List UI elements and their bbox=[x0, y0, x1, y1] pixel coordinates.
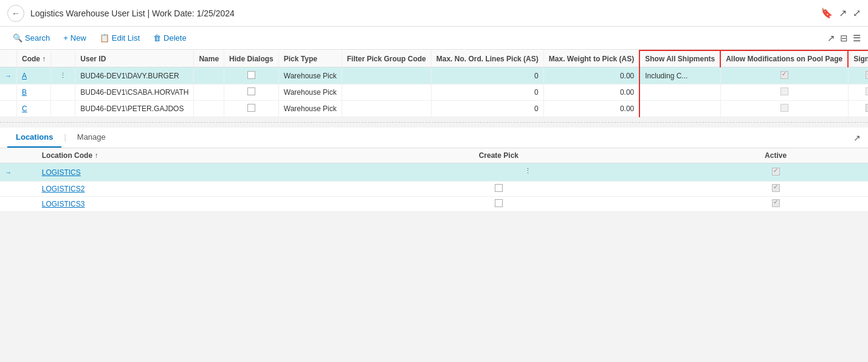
more-button[interactable]: ⋮ bbox=[56, 70, 70, 81]
row-filter-pick bbox=[342, 101, 431, 117]
th-name[interactable]: Name bbox=[194, 50, 224, 67]
th-signed-in[interactable]: Signed In bbox=[848, 50, 868, 67]
row-hide-dialogs[interactable] bbox=[224, 101, 279, 117]
row-allow-mod[interactable] bbox=[720, 67, 848, 84]
row-max-weight: 0.00 bbox=[543, 67, 639, 84]
row-allow-mod[interactable] bbox=[720, 101, 848, 117]
bottom-table-wrap: Location Code ↑ Create Pick Active → LOG… bbox=[0, 148, 868, 212]
hide-dialogs-checkbox[interactable] bbox=[247, 104, 255, 112]
create-pick-checkbox[interactable] bbox=[495, 199, 503, 207]
th-code[interactable]: Code ↑ bbox=[17, 50, 51, 67]
bth-location-code[interactable]: Location Code ↑ bbox=[37, 148, 314, 163]
th-filter-pick[interactable]: Filter Pick Group Code bbox=[342, 50, 431, 67]
toolbar-right: ↗ ⊟ ☰ bbox=[827, 33, 861, 44]
page-title: Logistics Warehouse User List | Work Dat… bbox=[30, 9, 235, 18]
row-signed-in[interactable] bbox=[848, 67, 868, 84]
th-max-weight[interactable]: Max. Weight to Pick (AS) bbox=[543, 50, 639, 67]
row-max-weight: 0.00 bbox=[543, 101, 639, 117]
bottom-table-row[interactable]: → LOGISTICS ⋮ bbox=[0, 163, 868, 182]
share-toolbar-icon[interactable]: ↗ bbox=[827, 33, 835, 44]
toolbar-left: 🔍 Search + New 📋 Edit List 🗑 Delete bbox=[7, 30, 192, 46]
row-allow-mod[interactable] bbox=[720, 84, 848, 101]
hide-dialogs-checkbox[interactable] bbox=[247, 87, 255, 95]
th-show-shipments[interactable]: Show All Shipments bbox=[639, 50, 720, 67]
expand-icon[interactable]: ⤢ bbox=[853, 7, 861, 19]
share-icon[interactable]: ↗ bbox=[839, 7, 847, 19]
th-pick-type[interactable]: Pick Type bbox=[278, 50, 342, 67]
bottom-table-body: → LOGISTICS ⋮ LOGISTICS2 LOGISTICS3 bbox=[0, 163, 868, 212]
row-code[interactable]: C bbox=[17, 101, 51, 117]
active-checkbox[interactable] bbox=[772, 184, 780, 192]
back-button[interactable]: ← bbox=[7, 5, 24, 22]
row-filter-pick bbox=[342, 84, 431, 101]
row-pick-type: Warehouse Pick bbox=[278, 84, 342, 101]
menu-icon[interactable]: ☰ bbox=[853, 33, 861, 44]
search-button[interactable]: 🔍 Search bbox=[7, 30, 55, 46]
row-arrow bbox=[0, 101, 17, 117]
toolbar: 🔍 Search + New 📋 Edit List 🗑 Delete ↗ ⊟ … bbox=[0, 27, 868, 50]
bottom-tabs-left: Locations | Manage bbox=[7, 128, 114, 148]
create-pick-checkbox[interactable] bbox=[495, 184, 503, 192]
delete-button[interactable]: 🗑 Delete bbox=[148, 30, 192, 46]
tab-manage[interactable]: Manage bbox=[69, 128, 114, 148]
tab-locations[interactable]: Locations bbox=[7, 128, 61, 148]
row-more[interactable] bbox=[51, 84, 75, 101]
allow-mod-checkbox[interactable] bbox=[780, 87, 788, 95]
table-header-row: Code ↑ User ID Name Hide Dialogs Pick Ty… bbox=[0, 50, 868, 67]
row-code[interactable]: B bbox=[17, 84, 51, 101]
bottom-tabs: Locations | Manage ↗ bbox=[0, 128, 868, 148]
row-signed-in[interactable] bbox=[848, 101, 868, 117]
th-max-lines[interactable]: Max. No. Ord. Lines Pick (AS) bbox=[431, 50, 543, 67]
table-row[interactable]: C BUD46-DEV1\PETER.GAJDOS Warehouse Pick… bbox=[0, 101, 868, 117]
hide-dialogs-checkbox[interactable] bbox=[247, 71, 255, 79]
bottom-table-row[interactable]: LOGISTICS3 bbox=[0, 197, 868, 212]
allow-mod-checkbox[interactable] bbox=[780, 104, 788, 112]
th-allow-mod[interactable]: Allow Modifications on Pool Page bbox=[720, 50, 848, 67]
table-row[interactable]: → A ⋮ BUD46-DEV1\DAVY.BURGER Warehouse P… bbox=[0, 67, 868, 84]
brow-create-pick[interactable] bbox=[314, 197, 684, 212]
plus-icon: + bbox=[63, 33, 68, 43]
brow-create-pick[interactable] bbox=[314, 182, 684, 197]
brow-active[interactable] bbox=[683, 197, 868, 212]
brow-active[interactable] bbox=[683, 182, 868, 197]
signed-in-checkbox[interactable] bbox=[866, 71, 868, 79]
active-checkbox[interactable] bbox=[772, 199, 780, 207]
filter-icon[interactable]: ⊟ bbox=[840, 33, 848, 44]
row-hide-dialogs[interactable] bbox=[224, 67, 279, 84]
edit-list-button[interactable]: 📋 Edit List bbox=[94, 30, 145, 46]
th-arrow bbox=[0, 50, 17, 67]
row-show-shipments bbox=[639, 101, 720, 117]
table-row[interactable]: B BUD46-DEV1\CSABA.HORVATH Warehouse Pic… bbox=[0, 84, 868, 101]
row-hide-dialogs[interactable] bbox=[224, 84, 279, 101]
th-userid[interactable]: User ID bbox=[75, 50, 194, 67]
bottom-header-row: Location Code ↑ Create Pick Active bbox=[0, 148, 868, 163]
bookmark-icon[interactable]: 🔖 bbox=[821, 7, 833, 19]
row-show-shipments: Including C... bbox=[639, 67, 720, 84]
row-signed-in[interactable] bbox=[848, 84, 868, 101]
main-table-body: → A ⋮ BUD46-DEV1\DAVY.BURGER Warehouse P… bbox=[0, 67, 868, 117]
row-more[interactable]: ⋮ bbox=[51, 67, 75, 84]
bth-create-pick[interactable]: Create Pick bbox=[314, 148, 684, 163]
active-checkbox[interactable] bbox=[772, 168, 780, 176]
main-table: Code ↑ User ID Name Hide Dialogs Pick Ty… bbox=[0, 50, 868, 117]
bottom-export-icon[interactable]: ↗ bbox=[853, 133, 861, 143]
bottom-table-row[interactable]: LOGISTICS2 bbox=[0, 182, 868, 197]
allow-mod-checkbox[interactable] bbox=[780, 71, 788, 79]
brow-create-pick[interactable]: ⋮ bbox=[314, 163, 684, 182]
th-hide-dialogs[interactable]: Hide Dialogs bbox=[224, 50, 279, 67]
edit-icon: 📋 bbox=[100, 33, 109, 43]
new-button[interactable]: + New bbox=[58, 30, 92, 46]
bth-active[interactable]: Active bbox=[683, 148, 868, 163]
signed-in-checkbox[interactable] bbox=[866, 104, 868, 112]
brow-location-code[interactable]: LOGISTICS3 bbox=[37, 197, 314, 212]
row-max-lines: 0 bbox=[431, 84, 543, 101]
row-more[interactable] bbox=[51, 101, 75, 117]
row-code[interactable]: A bbox=[17, 67, 51, 84]
brow-location-code[interactable]: LOGISTICS2 bbox=[37, 182, 314, 197]
bottom-table: Location Code ↑ Create Pick Active → LOG… bbox=[0, 148, 868, 212]
section-divider bbox=[0, 122, 868, 123]
create-pick-more[interactable]: ⋮ bbox=[521, 166, 535, 176]
signed-in-checkbox[interactable] bbox=[866, 87, 868, 95]
brow-location-code[interactable]: LOGISTICS bbox=[37, 163, 314, 182]
brow-active[interactable] bbox=[683, 163, 868, 182]
